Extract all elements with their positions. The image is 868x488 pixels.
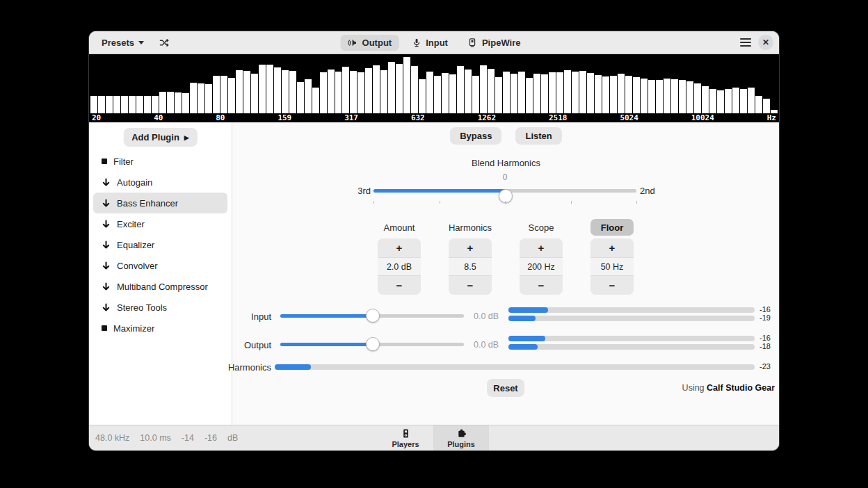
sidebar-item-filter[interactable]: Filter xyxy=(93,151,227,172)
harmonics-decrement-button[interactable]: − xyxy=(449,276,492,295)
scope-value[interactable]: 200 Hz xyxy=(520,257,563,276)
spectrum-bar xyxy=(602,76,609,113)
sidebar-item-multiband-compressor[interactable]: Multiband Compressor xyxy=(93,276,227,297)
floor-toggle-button[interactable]: Floor xyxy=(590,219,634,236)
blend-harmonics-slider[interactable] xyxy=(373,189,636,193)
spectrum-bar xyxy=(595,75,602,113)
floor-decrement-button[interactable]: − xyxy=(590,276,634,295)
pipewire-tab-button[interactable]: PipeWire xyxy=(460,35,528,51)
players-tab[interactable]: Players xyxy=(378,425,433,450)
spectrum-bar xyxy=(495,77,502,113)
sidebar-item-label: Filter xyxy=(113,156,134,167)
spectrum-bar xyxy=(328,70,335,113)
close-button[interactable]: ✕ xyxy=(758,35,773,50)
square-icon xyxy=(102,325,107,331)
input-gain-slider[interactable] xyxy=(280,314,464,318)
level-left: -14 xyxy=(182,433,194,443)
spectrum-bars xyxy=(89,54,779,113)
amount-decrement-button[interactable]: − xyxy=(378,276,421,295)
frequency-axis: 20 40 80 159 317 632 1262 2518 5024 1002… xyxy=(89,113,779,122)
reset-button[interactable]: Reset xyxy=(487,379,524,397)
spectrum-bar xyxy=(763,99,770,113)
spectrum-bar xyxy=(205,84,212,113)
slider-fill xyxy=(373,189,506,193)
spectrum-bar xyxy=(533,74,540,113)
input-tab-label: Input xyxy=(426,38,448,48)
slider-handle[interactable] xyxy=(366,309,380,323)
axis-tick-label: 632 xyxy=(411,113,425,122)
scope-increment-button[interactable]: + xyxy=(520,238,563,257)
spectrum-bar xyxy=(633,77,640,113)
amount-increment-button[interactable]: + xyxy=(378,238,421,257)
stepper-labels-row: Amount Harmonics Scope Floor xyxy=(378,219,634,236)
sidebar-item-convolver[interactable]: Convolver xyxy=(93,255,227,276)
scope-label: Scope xyxy=(520,219,563,236)
sidebar-item-label: Maximizer xyxy=(113,323,154,334)
input-meter-db-right: -19 xyxy=(760,314,771,322)
spectrum-bar xyxy=(243,71,250,113)
axis-tick-label: 40 xyxy=(154,113,163,122)
spectrum-bar xyxy=(625,76,632,113)
spectrum-bar xyxy=(282,70,289,113)
spectrum-bar xyxy=(709,89,716,113)
square-icon xyxy=(102,158,107,164)
device-icon xyxy=(467,38,478,48)
input-meter-db-left: -16 xyxy=(760,305,771,314)
output-tab-button[interactable]: Output xyxy=(341,35,399,51)
steppers-row: + 2.0 dB − + 8.5 − + 200 Hz − + 50 Hz xyxy=(378,238,634,295)
menu-button[interactable] xyxy=(740,38,751,47)
harmonics-increment-button[interactable]: + xyxy=(449,238,492,257)
sample-rate: 48.0 kHz xyxy=(95,433,129,443)
latency: 10.0 ms xyxy=(140,433,170,443)
output-tab-label: Output xyxy=(362,38,392,48)
add-plugin-button[interactable]: Add Plugin ▶ xyxy=(123,128,198,147)
spectrum-bar xyxy=(320,72,327,114)
desktop-background: Presets xyxy=(0,0,868,488)
spectrum-bar xyxy=(121,96,128,114)
sidebar-item-equalizer[interactable]: Equalizer xyxy=(93,234,227,255)
spectrum-bar xyxy=(618,74,625,113)
spectrum-bar xyxy=(380,70,387,113)
spectrum-bar xyxy=(396,64,403,113)
slider-handle[interactable] xyxy=(366,337,380,351)
spectrum-bar xyxy=(403,57,410,113)
sidebar-item-maximizer[interactable]: Maximizer xyxy=(93,318,227,339)
presets-dropdown-button[interactable]: Presets xyxy=(95,35,151,51)
spectrum-bar xyxy=(388,62,395,113)
spectrum-bar xyxy=(503,72,510,113)
spectrum-bar xyxy=(259,65,266,113)
amount-stepper: + 2.0 dB − xyxy=(378,238,421,295)
output-meter-db-right: -18 xyxy=(760,342,771,350)
spectrum-bar xyxy=(442,73,449,113)
spectrum-bar xyxy=(144,96,151,113)
listen-button[interactable]: Listen xyxy=(515,127,561,145)
output-meter-db-left: -16 xyxy=(760,334,771,342)
spectrum-bar xyxy=(549,72,556,113)
spectrum-bar xyxy=(694,83,701,113)
floor-value[interactable]: 50 Hz xyxy=(590,257,634,276)
spectrum-bar xyxy=(610,76,617,113)
output-gain-slider[interactable] xyxy=(280,343,464,346)
speaker-icon xyxy=(348,38,358,48)
harmonics-value[interactable]: 8.5 xyxy=(449,257,492,276)
plugins-tab[interactable]: Plugins xyxy=(433,425,489,450)
axis-tick-label: 159 xyxy=(278,113,291,122)
input-gain-value: 0.0 dB xyxy=(474,311,499,321)
spectrum-bar xyxy=(664,79,670,113)
spectrum-bar xyxy=(365,68,372,113)
amount-value[interactable]: 2.0 dB xyxy=(378,257,421,276)
spectrum-bar xyxy=(564,70,571,113)
spectrum-bar xyxy=(411,66,418,113)
scope-stepper: + 200 Hz − xyxy=(520,238,563,295)
sidebar-item-stereo-tools[interactable]: Stereo Tools xyxy=(93,297,227,318)
bypass-button[interactable]: Bypass xyxy=(450,127,501,145)
input-tab-button[interactable]: Input xyxy=(404,35,455,51)
spectrum-bar xyxy=(106,96,113,113)
shuffle-button[interactable] xyxy=(155,35,174,51)
slider-tick xyxy=(636,201,637,204)
easyeffects-window: Presets xyxy=(89,31,779,450)
sidebar-item-exciter[interactable]: Exciter xyxy=(93,213,227,234)
scope-decrement-button[interactable]: − xyxy=(520,276,563,295)
floor-increment-button[interactable]: + xyxy=(590,238,634,257)
spectrum-bar xyxy=(98,96,105,114)
